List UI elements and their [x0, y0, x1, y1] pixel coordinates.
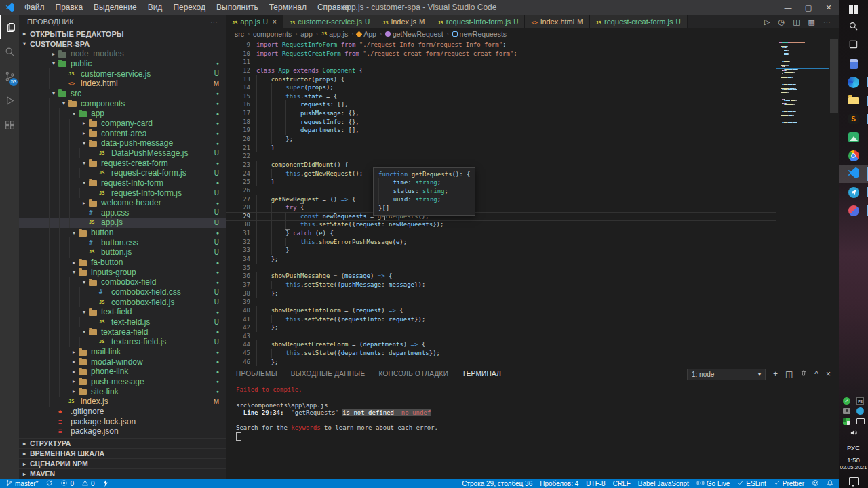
maximize-button[interactable]: ▢ — [798, 0, 818, 15]
line-number-31[interactable]: 31 — [226, 229, 250, 238]
code-line-18[interactable]: requestInfo: {}, — [256, 118, 517, 127]
line-number-38[interactable]: 38 — [226, 289, 250, 298]
taskbar-media-app[interactable] — [839, 201, 868, 220]
panel-tab-ВЫХОДНЫЕ ДАННЫЕ[interactable]: ВЫХОДНЫЕ ДАННЫЕ — [291, 366, 366, 382]
line-number-23[interactable]: 23 — [226, 161, 250, 169]
close-tab-icon[interactable]: × — [273, 18, 277, 26]
status-smiley[interactable] — [812, 479, 819, 488]
status-Prettier[interactable]: Prettier — [774, 479, 804, 487]
line-number-36[interactable]: 36 — [226, 272, 250, 281]
tree-item-modal-window[interactable]: ▸modal-window● — [19, 357, 226, 367]
line-number-18[interactable]: 18 — [226, 118, 250, 127]
code-line-30[interactable]: this.setState({request: newRequeests}); — [256, 220, 517, 229]
notification-center-icon[interactable] — [849, 477, 859, 485]
line-number-24[interactable]: 24 — [226, 169, 250, 178]
tree-item-combobox-field.css[interactable]: #combobox-field.cssU — [19, 287, 226, 298]
code-line-46[interactable]: }; — [256, 358, 517, 366]
taskbar-file-explorer[interactable] — [839, 92, 868, 110]
code-line-17[interactable]: pushMessage: {}, — [256, 109, 517, 118]
code-line-43[interactable] — [256, 332, 517, 341]
tree-item-index.js[interactable]: JSindex.jsM — [19, 396, 226, 407]
line-number-19[interactable]: 19 — [226, 126, 250, 135]
tree-item-index.html[interactable]: <>index.htmlM — [19, 79, 226, 89]
section-ВРЕМЕННАЯ ШКАЛА[interactable]: ▸ВРЕМЕННАЯ ШКАЛА — [19, 448, 226, 458]
tree-item-components[interactable]: ▾components● — [19, 98, 226, 108]
tree-item-phone-link[interactable]: ▸phone-link● — [19, 367, 226, 377]
tree-item-public[interactable]: ▾public● — [19, 59, 226, 69]
line-number-10[interactable]: 10 — [226, 49, 250, 58]
line-number-41[interactable]: 41 — [226, 315, 250, 324]
close-panel-icon[interactable]: × — [826, 369, 831, 379]
menu-item-Вид[interactable]: Вид — [142, 0, 168, 15]
activity-run-debug[interactable] — [0, 88, 19, 113]
line-number-34[interactable]: 34 — [226, 255, 250, 264]
line-number-20[interactable]: 20 — [226, 135, 250, 144]
tree-item-mail-link[interactable]: ▸mail-link● — [19, 347, 226, 357]
panel-tab-ТЕРМИНАЛ[interactable]: ТЕРМИНАЛ — [462, 366, 501, 382]
tree-item-button[interactable]: ▾button● — [19, 228, 226, 238]
line-number-40[interactable]: 40 — [226, 306, 250, 315]
tab-app.js[interactable]: JSapp.jsU× — [226, 15, 283, 28]
code-line-12[interactable]: class App extends Component { — [256, 66, 517, 75]
tree-item-app.css[interactable]: #app.cssU — [19, 208, 226, 218]
more-icon[interactable]: ⋯ — [823, 18, 831, 26]
tree-item-button.css[interactable]: #button.cssU — [19, 237, 226, 247]
code-line-10[interactable]: import RequestCreatForm from "./request-… — [256, 49, 517, 58]
status-sync[interactable] — [45, 479, 53, 488]
open-editors-section[interactable]: ▸ ОТКРЫТЫЕ РЕДАКТОРЫ — [19, 28, 226, 39]
taskbar-search[interactable] — [839, 18, 868, 37]
line-number-43[interactable]: 43 — [226, 332, 250, 341]
line-numbers-gutter[interactable]: 9101112131415161718192021222324252627282… — [226, 41, 250, 366]
tree-item-site-link[interactable]: ▸site-link● — [19, 386, 226, 396]
layout-icon[interactable]: ▦ — [808, 18, 815, 26]
taskbar-start[interactable] — [839, 0, 868, 18]
language-indicator[interactable]: РУС — [847, 444, 860, 451]
tree-item-textarea-field[interactable]: ▾textarea-field● — [19, 327, 226, 337]
tree-item-combobox-field.js[interactable]: JScombobox-field.jsU — [19, 297, 226, 307]
code-line-45[interactable]: this.setState({departments: departments}… — [256, 349, 517, 358]
code-line-19[interactable]: departments: [], — [256, 126, 517, 135]
taskbar-chrome[interactable] — [839, 146, 868, 165]
close-button[interactable]: ✕ — [818, 0, 839, 15]
taskbar-edge[interactable] — [839, 73, 868, 92]
status-bolt[interactable] — [102, 479, 109, 488]
line-number-13[interactable]: 13 — [226, 75, 250, 84]
line-number-26[interactable]: 26 — [226, 186, 250, 195]
code-line-31[interactable]: } catch (e) { — [256, 229, 517, 238]
activity-extensions[interactable] — [0, 113, 19, 137]
tree-item-app[interactable]: ▾app● — [19, 108, 226, 119]
status-ESLint[interactable]: ESLint — [737, 479, 766, 487]
taskbar-task-view[interactable] — [839, 37, 868, 55]
line-number-35[interactable]: 35 — [226, 264, 250, 272]
line-number-27[interactable]: 27 — [226, 195, 250, 204]
tree-item-src[interactable]: ▾src● — [19, 89, 226, 99]
code-line-14[interactable]: super(props); — [256, 83, 517, 92]
status-Пробелов: 4[interactable]: Пробелов: 4 — [540, 480, 578, 487]
sidebar-more-icon[interactable]: ⋯ — [210, 18, 218, 26]
panel-tab-КОНСОЛЬ ОТЛАДКИ[interactable]: КОНСОЛЬ ОТЛАДКИ — [378, 366, 448, 382]
line-number-45[interactable]: 45 — [226, 349, 250, 358]
tab-customer-service.js[interactable]: JScustomer-service.jsU — [283, 15, 376, 28]
status-Строка 29, столбец 36[interactable]: Строка 29, столбец 36 — [462, 480, 532, 487]
status-Babel JavaScript[interactable]: Babel JavaScript — [638, 480, 689, 487]
line-number-33[interactable]: 33 — [226, 246, 250, 255]
status-CRLF[interactable]: CRLF — [613, 480, 631, 487]
line-number-17[interactable]: 17 — [226, 109, 250, 118]
volume-icon[interactable] — [850, 427, 858, 439]
line-number-21[interactable]: 21 — [226, 144, 250, 152]
terminal-output[interactable]: Failed to compile. src\components\app\ap… — [236, 386, 438, 440]
section-СЦЕНАРИИ NPM[interactable]: ▸СЦЕНАРИИ NPM — [19, 458, 226, 468]
line-number-22[interactable]: 22 — [226, 152, 250, 161]
status-Go Live[interactable]: Go Live — [696, 479, 730, 488]
panel-tab-ПРОБЛЕМЫ[interactable]: ПРОБЛЕМЫ — [236, 366, 277, 382]
menu-item-Файл[interactable]: Файл — [19, 0, 50, 15]
code-line-33[interactable]: } — [256, 246, 517, 255]
taskbar-sublime-text[interactable]: S — [839, 110, 868, 128]
tree-item-fa-button[interactable]: ▸fa-button● — [19, 258, 226, 268]
breadcrumb-item-src[interactable]: src — [235, 30, 244, 38]
breadcrumb-item-getNewRequest[interactable]: getNewRequest — [385, 30, 443, 38]
pinwheel-icon[interactable] — [843, 418, 850, 425]
display-icon[interactable] — [856, 418, 865, 424]
activity-explorer[interactable] — [0, 15, 20, 39]
code-line-38[interactable]: }; — [256, 289, 517, 298]
